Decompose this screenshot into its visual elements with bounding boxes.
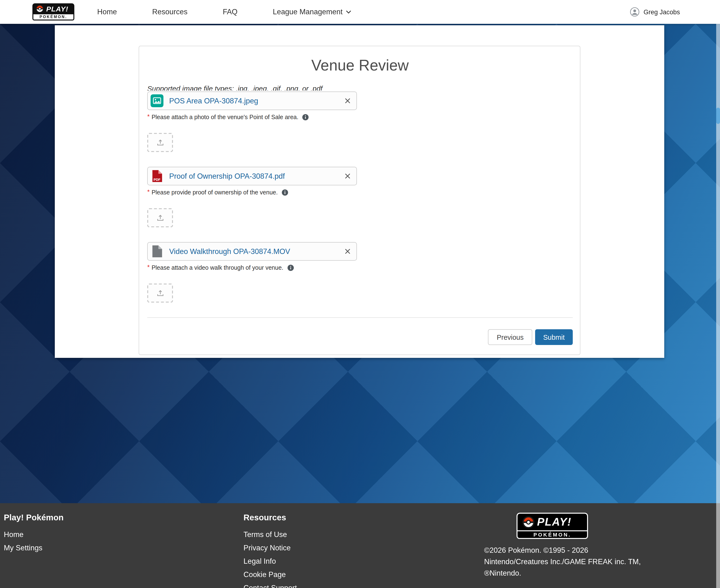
copyright-text: ©2026 Pokémon. ©1995 - 2026 Nintendo/Cre… [484, 545, 684, 579]
upload-group-pos-area: POS Area OPA-30874.jpeg * Please attach … [147, 91, 573, 152]
footer-link-contact-support[interactable]: Contact Support [243, 584, 297, 588]
required-marker: * [147, 190, 150, 194]
brand-pokemon-text: POKÉMON. [33, 14, 74, 20]
venue-review-card: Venue Review Supported image file types:… [139, 46, 580, 355]
previous-button[interactable]: Previous [488, 329, 532, 345]
info-icon[interactable] [287, 265, 294, 271]
close-icon [344, 173, 351, 179]
upload-group-video-walkthrough: Video Walkthrough OPA-30874.MOV * Please… [147, 242, 573, 302]
footer-link-terms-of-use[interactable]: Terms of Use [243, 530, 287, 539]
content-panel: Venue Review Supported image file types:… [55, 25, 664, 358]
footer-col-play-pokemon: Play! Pokémon Home My Settings [4, 513, 243, 588]
footer-col2-title: Resources [243, 513, 484, 523]
attached-file-row: POS Area OPA-30874.jpeg [147, 91, 357, 110]
brand-logo[interactable]: PLAY! POKÉMON. [33, 3, 74, 20]
nav-item-league-management[interactable]: League Management [273, 8, 351, 16]
upload-group-proof-of-ownership: PDF Proof of Ownership OPA-30874.pdf * P… [147, 167, 573, 227]
footer-link-my-settings[interactable]: My Settings [4, 544, 42, 552]
file-types-note: Supported image file types: .jpg, .jpeg,… [147, 84, 573, 90]
pokeball-icon [522, 516, 535, 528]
upload-dropzone[interactable] [147, 133, 173, 152]
upload-icon [156, 289, 164, 297]
file-link[interactable]: Video Walkthrough OPA-30874.MOV [169, 247, 290, 256]
requirement-text: Please provide proof of ownership of the… [151, 189, 278, 196]
pdf-file-icon: PDF [151, 170, 164, 183]
close-icon [344, 248, 351, 254]
upload-icon [156, 214, 164, 222]
attached-file-row: PDF Proof of Ownership OPA-30874.pdf [147, 167, 357, 185]
pokeball-icon [36, 5, 44, 13]
close-icon [344, 98, 351, 104]
copyright-line: ®Nintendo. [484, 568, 684, 579]
requirement-row: * Please provide proof of ownership of t… [147, 189, 573, 196]
generic-file-icon [151, 245, 164, 258]
brand-logo-top: PLAY! [33, 3, 74, 14]
footer-link-cookie-page[interactable]: Cookie Page [243, 570, 286, 579]
copyright-line: ©2026 Pokémon. ©1995 - 2026 [484, 545, 684, 556]
svg-text:PDF: PDF [154, 178, 161, 182]
nav-item-resources[interactable]: Resources [152, 8, 188, 16]
file-link[interactable]: POS Area OPA-30874.jpeg [169, 97, 258, 105]
scrollbar-thumb[interactable] [716, 108, 720, 124]
remove-file-button[interactable] [343, 247, 352, 255]
requirement-text: Please attach a photo of the venue's Poi… [151, 114, 298, 121]
footer-col1-title: Play! Pokémon [4, 513, 243, 523]
divider [147, 317, 573, 318]
remove-file-button[interactable] [343, 172, 352, 180]
footer-link-legal-info[interactable]: Legal Info [243, 557, 276, 565]
remove-file-button[interactable] [343, 97, 352, 105]
nav-item-home[interactable]: Home [97, 8, 117, 16]
page: PLAY! POKÉMON. Home Resources FAQ League… [0, 0, 720, 588]
footer-col-resources: Resources Terms of Use Privacy Notice Le… [243, 513, 484, 588]
requirement-text: Please attach a video walk through of yo… [151, 265, 283, 271]
upload-icon [156, 139, 164, 147]
required-marker: * [147, 265, 150, 270]
nav-league-management-label: League Management [273, 8, 343, 16]
scrollbar-track[interactable] [716, 0, 720, 588]
page-title: Venue Review [147, 57, 573, 74]
footer-link-home[interactable]: Home [4, 530, 24, 539]
footer-brand-logo: PLAY! POKÉMON. [516, 513, 588, 539]
user-name: Greg Jacobs [643, 8, 680, 16]
info-icon[interactable] [302, 114, 309, 121]
file-link[interactable]: Proof of Ownership OPA-30874.pdf [169, 172, 285, 180]
nav-item-faq[interactable]: FAQ [223, 8, 237, 16]
attached-file-row: Video Walkthrough OPA-30874.MOV [147, 242, 357, 261]
requirement-row: * Please attach a photo of the venue's P… [147, 114, 573, 121]
user-menu[interactable]: Greg Jacobs [630, 7, 680, 17]
footer-brand-logo-top: PLAY! [516, 513, 588, 531]
footer-brand-play-text: PLAY! [537, 516, 572, 528]
footer-link-privacy-notice[interactable]: Privacy Notice [243, 544, 291, 552]
brand-play-text: PLAY! [46, 5, 68, 13]
nav-links: Home Resources FAQ League Management [97, 8, 351, 16]
requirement-row: * Please attach a video walk through of … [147, 265, 573, 271]
upload-dropzone[interactable] [147, 284, 173, 302]
main-background: Venue Review Supported image file types:… [0, 24, 720, 503]
submit-button[interactable]: Submit [535, 329, 573, 345]
form-actions: Previous Submit [147, 329, 573, 345]
copyright-line: Nintendo/Creatures Inc./GAME FREAK inc. … [484, 556, 684, 568]
footer: Play! Pokémon Home My Settings Resources… [0, 503, 720, 588]
footer-brand-pokemon-text: POKÉMON. [516, 531, 588, 539]
image-file-icon [151, 94, 164, 107]
chevron-down-icon [346, 10, 351, 14]
upload-dropzone[interactable] [147, 208, 173, 227]
info-icon[interactable] [282, 189, 288, 196]
user-avatar-icon [630, 7, 640, 17]
required-marker: * [147, 114, 150, 119]
footer-col-brand: PLAY! POKÉMON. ©2026 Pokémon. ©1995 - 20… [484, 513, 703, 588]
top-navbar: PLAY! POKÉMON. Home Resources FAQ League… [0, 0, 720, 24]
